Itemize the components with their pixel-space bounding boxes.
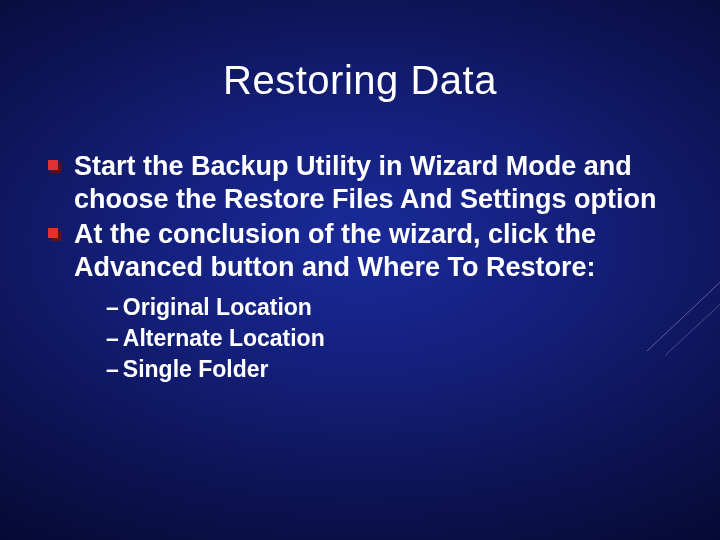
sub-bullet-item: –Original Location [106,292,660,323]
sub-bullet-text: Alternate Location [123,325,325,351]
slide: Restoring Data Start the Backup Utility … [0,0,720,540]
main-bullet-list: Start the Backup Utility in Wizard Mode … [48,150,660,385]
sub-bullet-text: Original Location [123,294,312,320]
bullet-text: At the conclusion of the wizard, click t… [74,219,596,282]
sub-bullet-item: –Single Folder [106,354,660,385]
slide-title: Restoring Data [0,58,720,103]
bullet-text: Start the Backup Utility in Wizard Mode … [74,151,657,214]
dash-icon: – [106,294,123,320]
dash-icon: – [106,325,123,351]
dash-icon: – [106,356,123,382]
sub-bullet-text: Single Folder [123,356,269,382]
sub-bullet-list: –Original Location –Alternate Location –… [74,292,660,385]
square-bullet-icon [48,228,60,240]
sub-bullet-item: –Alternate Location [106,323,660,354]
bullet-item: At the conclusion of the wizard, click t… [48,218,660,385]
square-bullet-icon [48,160,60,172]
slide-content: Start the Backup Utility in Wizard Mode … [48,150,660,387]
bullet-item: Start the Backup Utility in Wizard Mode … [48,150,660,216]
